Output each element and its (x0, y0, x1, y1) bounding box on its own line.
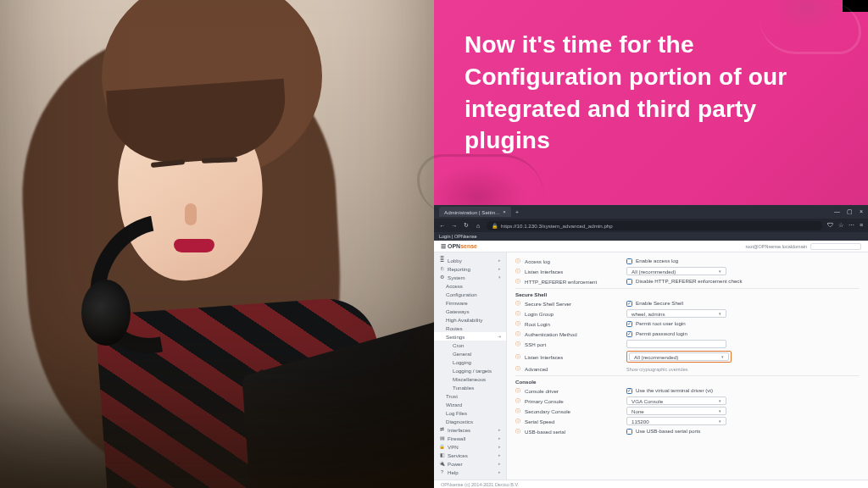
sidebar-item-trust[interactable]: Trust (434, 391, 506, 400)
sidebar-icon: 🔒 (439, 444, 445, 449)
sidebar-item-services[interactable]: ◧Services▸ (434, 451, 506, 459)
help-icon[interactable]: ⓘ (515, 341, 520, 348)
help-icon[interactable]: ⓘ (515, 428, 520, 435)
help-icon[interactable]: ⓘ (515, 387, 520, 395)
checkbox[interactable] (626, 429, 632, 435)
row-label: Access log (525, 258, 626, 264)
browser-window: Administration | Settin… × ＋ — ▢ × ← → ↻… (434, 205, 868, 488)
help-icon[interactable]: ⓘ (515, 330, 520, 338)
help-icon[interactable]: ⓘ (515, 310, 520, 318)
nav-forward-icon[interactable]: → (451, 223, 458, 229)
sidebar-item-interfaces[interactable]: ⇄Interfaces▸ (434, 425, 506, 434)
checkbox[interactable] (626, 331, 632, 337)
checkbox[interactable] (626, 258, 632, 264)
sidebar-item-label: Log Files (446, 410, 467, 416)
maximize-icon[interactable]: ▢ (847, 208, 853, 215)
checkbox[interactable] (626, 301, 632, 307)
minimize-icon[interactable]: — (834, 208, 840, 215)
help-icon[interactable]: ⓘ (515, 268, 520, 275)
help-icon[interactable]: ⓘ (515, 320, 520, 328)
section-header: Secure Shell (515, 288, 860, 298)
sidebar-item-logging-targets[interactable]: Logging / targets (434, 366, 506, 374)
select-value: 115200 (632, 419, 649, 424)
menu-icon[interactable]: ≡ (860, 222, 863, 229)
extensions-icon[interactable]: ⋯ (849, 222, 854, 229)
row-label: Console driver (525, 388, 626, 394)
sidebar-item-power[interactable]: 🔌Power▸ (434, 459, 506, 468)
help-icon[interactable]: ⓘ (515, 365, 520, 373)
help-icon[interactable]: ⓘ (515, 278, 520, 286)
sidebar-icon: ⚙ (439, 274, 445, 280)
bookmark-icon[interactable]: ☆ (838, 222, 843, 229)
sidebar-item-help[interactable]: ?Help▸ (434, 468, 506, 476)
sidebar-item-high-availability[interactable]: High Availability (434, 315, 506, 324)
row-label: Login Group (525, 311, 626, 317)
app-logo[interactable]: ☰ OPNsense (441, 243, 477, 250)
sidebar-item-firmware[interactable]: Firmware (434, 298, 506, 307)
sidebar: ≣Lobby▸⎘Reporting▸⚙System▾AccessConfigur… (434, 252, 507, 480)
help-icon[interactable]: ⓘ (515, 418, 520, 425)
sidebar-item-miscellaneous[interactable]: Miscellaneous (434, 374, 506, 383)
sidebar-item-tunables[interactable]: Tunables (434, 383, 506, 391)
settings-row: ⓘSecondary ConsoleNone▾ (515, 406, 860, 416)
sidebar-item-reporting[interactable]: ⎘Reporting▸ (434, 264, 506, 273)
sidebar-item-configuration[interactable]: Configuration (434, 290, 506, 298)
settings-row: ⓘUSB-based serialUse USB-based serial po… (515, 426, 860, 436)
settings-row: ⓘPrimary ConsoleVGA Console▾ (515, 396, 860, 406)
sidebar-item-cron[interactable]: Cron (434, 341, 506, 349)
select-dropdown[interactable]: 115200▾ (626, 417, 726, 425)
close-window-icon[interactable]: × (860, 208, 863, 215)
checkbox[interactable] (626, 279, 632, 285)
sidebar-item-label: Help (448, 469, 459, 475)
sidebar-item-logging[interactable]: Logging (434, 358, 506, 366)
sidebar-icon: 🔌 (439, 461, 445, 466)
sidebar-item-label: Diagnostics (446, 419, 473, 424)
select-dropdown[interactable]: wheel, admins▾ (626, 309, 726, 318)
row-label: Serial Speed (525, 419, 626, 424)
help-icon[interactable]: ⓘ (515, 258, 520, 265)
select-dropdown[interactable]: VGA Console▾ (626, 396, 726, 405)
settings-row: ⓘSecure Shell ServerEnable Secure Shell (515, 298, 860, 308)
sidebar-item-label: Reporting (448, 266, 470, 272)
sidebar-item-routes[interactable]: Routes (434, 324, 506, 332)
chevron-down-icon: ▾ (721, 354, 724, 359)
sidebar-item-vpn[interactable]: 🔒VPN▸ (434, 442, 506, 451)
checkbox[interactable] (626, 321, 632, 327)
help-icon[interactable]: ⓘ (515, 408, 520, 415)
help-icon[interactable]: ⓘ (515, 300, 520, 308)
address-bar[interactable]: 🔒 https://10.1.230.3/system_advanced_adm… (487, 221, 822, 230)
select-dropdown[interactable]: All (recommended)▾ (626, 267, 726, 275)
sidebar-item-settings[interactable]: Settings⇥ (434, 332, 506, 341)
shield-icon[interactable]: 🛡 (827, 222, 833, 229)
window-subtitle: Login | OPNsense (434, 232, 868, 241)
nav-reload-icon[interactable]: ↻ (463, 222, 470, 229)
select-dropdown[interactable]: All (recommended)▾ (629, 352, 729, 361)
sidebar-icon: ? (439, 469, 445, 474)
nav-back-icon[interactable]: ← (439, 223, 446, 229)
sidebar-item-general[interactable]: General (434, 349, 506, 358)
settings-row: ⓘRoot LoginPermit root user login (515, 319, 860, 329)
sidebar-item-wizard[interactable]: Wizard (434, 400, 506, 408)
sidebar-item-lobby[interactable]: ≣Lobby▸ (434, 256, 506, 264)
sidebar-item-system[interactable]: ⚙System▾ (434, 273, 506, 281)
row-label: Listen Interfaces (525, 269, 626, 274)
nav-home-icon[interactable]: ⌂ (475, 223, 481, 229)
sidebar-item-gateways[interactable]: Gateways (434, 307, 506, 315)
sidebar-item-diagnostics[interactable]: Diagnostics (434, 417, 506, 425)
help-icon[interactable]: ⓘ (515, 397, 520, 405)
select-value: All (recommended) (634, 354, 678, 360)
user-label[interactable]: root@OPNsense.localdomain (745, 244, 807, 249)
text-input[interactable] (626, 340, 726, 348)
sidebar-item-access[interactable]: Access (434, 281, 506, 290)
select-dropdown[interactable]: None▾ (626, 407, 726, 415)
sidebar-item-firewall[interactable]: ▤Firewall▸ (434, 434, 506, 442)
header-search-input[interactable] (810, 243, 861, 250)
checkbox[interactable] (626, 388, 632, 394)
settings-row: ⓘSSH port (515, 339, 860, 350)
row-label: Root Login (525, 321, 626, 327)
sidebar-icon: ◧ (439, 452, 445, 458)
help-icon[interactable]: ⓘ (515, 353, 520, 361)
sidebar-item-log-files[interactable]: Log Files (434, 408, 506, 417)
sidebar-item-label: General (453, 351, 471, 357)
row-label: Listen Interfaces (525, 354, 626, 360)
